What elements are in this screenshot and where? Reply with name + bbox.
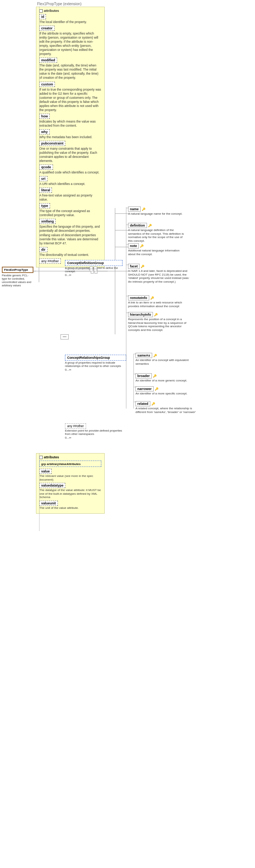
- middle-connector: ····: [61, 334, 69, 339]
- concept-definition-group-box[interactable]: ConceptDefinitionGroup: [65, 260, 122, 266]
- attr-xmllang-box[interactable]: xmllang: [39, 219, 56, 224]
- remoteinfo-element-container: remoteInfo 🔑 A link to an item or a web …: [128, 295, 193, 308]
- concept-definition-group-container: ConceptDefinitionGroup A group of proper…: [65, 260, 122, 277]
- hierarchyinfo-desc: Represents the position of a concept in …: [128, 318, 193, 332]
- bottom-attr-value: value The relevant value (see more in th…: [39, 469, 101, 481]
- hierarchyinfo-element-container: hierarchyInfo 🔑 Represents the position …: [128, 312, 193, 332]
- full-diagram: Flex1PropType (extension) attributes id …: [0, 0, 255, 868]
- hierarchyinfo-box[interactable]: hierarchyInfo: [128, 312, 153, 317]
- name-desc: A natural language name for the concept.: [128, 212, 187, 216]
- attr-uri: uri A URI which identifies a concept.: [39, 176, 101, 186]
- attr-why: why Why the metadata has been included.: [39, 129, 101, 139]
- attr-id: id The local identifier of the property.: [39, 14, 101, 24]
- broader-box[interactable]: broader: [135, 373, 152, 378]
- bottom-attr-valueunit: valueunit The unit of the value attribut…: [39, 501, 101, 510]
- concept-relationships-group-box[interactable]: ConceptRelationshipsGroup: [65, 355, 126, 361]
- attr-modified: modified The date (and, optionally, the …: [39, 58, 101, 80]
- facet-key-icon: 🔑: [141, 265, 144, 268]
- attr-modified-desc: The date (and, optionally, the time) whe…: [39, 64, 101, 80]
- name-key-icon: 🔑: [142, 208, 146, 211]
- arbitrary-value-group[interactable]: grp arbitraryValueAttributes: [39, 461, 101, 467]
- facet-element-container: facet 🔑 In NAR 1.8 and later, facet is d…: [128, 264, 193, 283]
- facet-desc: In NAR 1.8 and later, facet is deprecate…: [128, 269, 193, 283]
- ellipsis-box: ····: [61, 334, 69, 339]
- remoteinfo-desc: A link to an item or a web resource whic…: [128, 301, 193, 308]
- attr-how-box[interactable]: how: [39, 114, 50, 119]
- attr-pubconstraint: pubconstraint One or many constraints th…: [39, 141, 101, 163]
- bottom-attr-valueunit-box[interactable]: valueunit: [39, 501, 58, 506]
- attr-creator-box[interactable]: creator: [39, 26, 55, 31]
- note-box[interactable]: note: [128, 243, 139, 248]
- narrower-key-icon: 🔑: [155, 387, 158, 391]
- attr-qcode-box[interactable]: qcode: [39, 165, 53, 170]
- attr-dir: dir The directionality of textual conten…: [39, 247, 101, 257]
- concept-definition-group-mult: 0...∞: [65, 273, 122, 277]
- flex-ext-prop-type-box[interactable]: FlexExtPropType: [2, 267, 33, 273]
- attr-custom-box[interactable]: custom: [39, 82, 55, 87]
- concept-relationships-group-mult: 0...∞: [65, 368, 126, 371]
- any-other-mult: 0...∞: [65, 436, 122, 439]
- attr-qcode-desc: A qualified code which identifies a conc…: [39, 170, 101, 175]
- narrower-box[interactable]: narrower: [135, 386, 154, 391]
- bottom-attr-value-desc: The relevant value (see more in the spec…: [39, 474, 101, 481]
- hierarchyinfo-key-icon: 🔑: [154, 313, 158, 316]
- concept-relationships-group-desc: A group of properties required to indica…: [65, 361, 126, 368]
- attr-type-desc: The type of the concept assigned as cont…: [39, 209, 101, 217]
- note-element-container: note 🔑 Additional natural language infor…: [128, 243, 187, 256]
- flex-ext-prop-type-desc: Flexible generic PCL-type for controlled…: [2, 274, 33, 287]
- bottom-attr-valuedatatype-box[interactable]: valuedatatype: [39, 483, 65, 488]
- definition-desc: A natural language definition of the sem…: [128, 228, 187, 243]
- name-box[interactable]: name: [128, 207, 141, 212]
- remoteinfo-box[interactable]: remoteInfo: [128, 295, 149, 300]
- attr-why-box[interactable]: why: [39, 129, 50, 134]
- note-desc: Additional natural language information …: [128, 249, 187, 256]
- attr-why-desc: Why the metadata has been included.: [39, 135, 101, 139]
- bottom-attributes-title: attributes: [44, 455, 59, 459]
- attr-dir-desc: The directionality of textual content.: [39, 253, 101, 257]
- attr-custom: custom If set to true the corresponding …: [39, 82, 101, 112]
- bottom-attr-valuedatatype-desc: The datatype of the value attribute: it …: [39, 488, 101, 499]
- note-key-icon: 🔑: [140, 244, 144, 248]
- attributes-title: attributes: [39, 9, 101, 13]
- sameas-box[interactable]: sameAs: [135, 353, 152, 358]
- extension-header: Flex1PropType (extension): [37, 2, 82, 6]
- attr-literal-desc: A free-text value assigned as property v…: [39, 194, 101, 202]
- attr-xmllang-desc: Specifies the language of this property,…: [39, 225, 101, 245]
- flex-ext-prop-type-container: FlexExtPropType Flexible generic PCL-typ…: [2, 267, 33, 287]
- attributes-icon: [39, 9, 43, 13]
- related-box[interactable]: related: [135, 401, 150, 406]
- attr-uri-desc: A URI which identifies a concept.: [39, 182, 101, 186]
- attr-xmllang: xmllang Specifies the language of this p…: [39, 219, 101, 245]
- attr-id-desc: The local identifier of the property.: [39, 20, 101, 24]
- bottom-attr-value-box[interactable]: value: [39, 469, 52, 474]
- attr-modified-box[interactable]: modified: [39, 58, 57, 63]
- related-element-container: related 🔑 A related concept, where the r…: [135, 401, 200, 414]
- broader-desc: An identifier of a more generic concept.: [135, 379, 200, 383]
- definition-box[interactable]: definition: [128, 223, 147, 228]
- attr-pubconstraint-box[interactable]: pubconstraint: [39, 141, 65, 146]
- arbitrary-value-group-label: grp arbitraryValueAttributes: [41, 462, 81, 466]
- attr-uri-box[interactable]: uri: [39, 176, 48, 181]
- bottom-attributes-title-row: attributes: [39, 455, 101, 459]
- attr-creator-desc: If the attribute is empty, specifies whi…: [39, 32, 101, 56]
- concept-definition-group-desc: A group of properties required to define…: [65, 266, 122, 273]
- facet-box[interactable]: facet: [128, 264, 140, 269]
- attr-how: how Indicates by which means the value w…: [39, 114, 101, 128]
- concept-relationships-group-container: ConceptRelationshipsGroup A group of pro…: [65, 355, 126, 371]
- attr-custom-desc: If set to true the corresponding propert…: [39, 88, 101, 112]
- attributes-panel: attributes id The local identifier of th…: [36, 7, 105, 267]
- attr-id-box[interactable]: id: [39, 14, 46, 19]
- attr-type: type The type of the concept assigned as…: [39, 203, 101, 217]
- attr-literal: literal A free-text value assigned as pr…: [39, 188, 101, 202]
- attr-type-box[interactable]: type: [39, 203, 50, 208]
- any-other-box: any ##other: [65, 423, 86, 429]
- attr-literal-box[interactable]: literal: [39, 188, 52, 193]
- related-key-icon: 🔑: [151, 402, 155, 406]
- attr-pubconstraint-desc: One or many constraints that apply to pu…: [39, 147, 101, 163]
- attr-other-box[interactable]: any ##other: [39, 259, 61, 264]
- bottom-attr-valuedatatype: valuedatatype The datatype of the value …: [39, 483, 101, 499]
- sameas-key-icon: 🔑: [153, 354, 157, 357]
- bottom-attributes-panel: attributes grp arbitraryValueAttributes …: [36, 453, 105, 514]
- attr-dir-box[interactable]: dir: [39, 247, 48, 252]
- any-other-container: any ##other Extension point for provider…: [65, 423, 122, 439]
